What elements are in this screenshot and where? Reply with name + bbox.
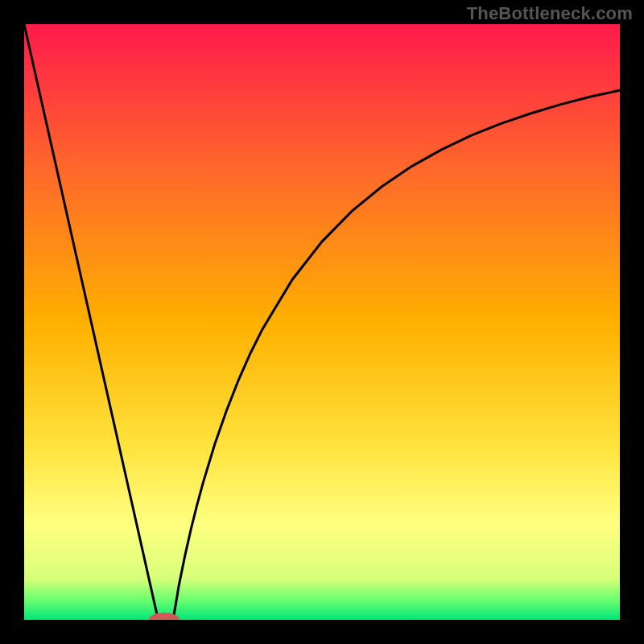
chart-frame: TheBottleneck.com	[0, 0, 644, 644]
bottleneck-chart	[24, 24, 620, 620]
watermark-text: TheBottleneck.com	[467, 3, 633, 24]
